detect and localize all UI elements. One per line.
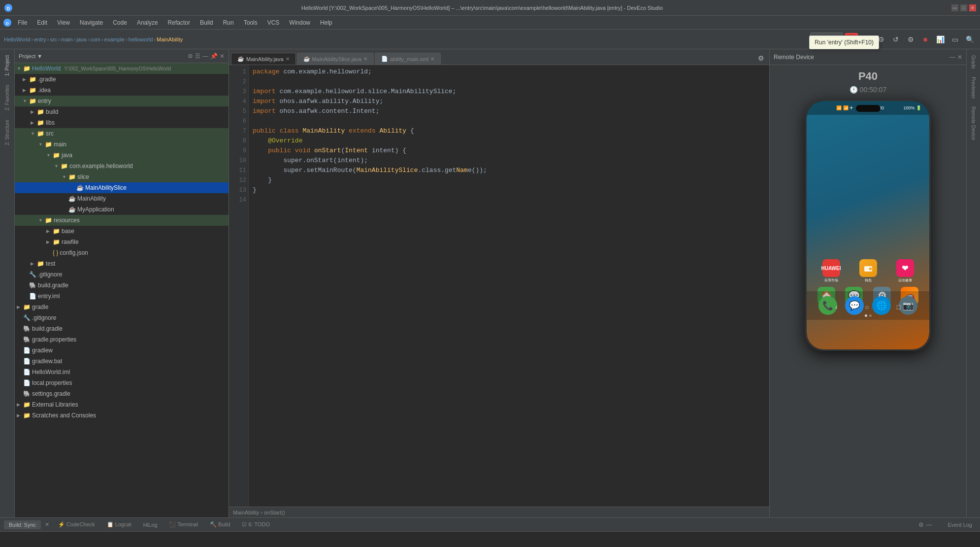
- tree-config-json[interactable]: ▶ { } config.json: [15, 247, 229, 258]
- tree-resources[interactable]: ▼ 📁 resources: [15, 215, 229, 226]
- menu-file[interactable]: File: [14, 18, 31, 28]
- menu-navigate[interactable]: Navigate: [76, 18, 107, 28]
- bc-example[interactable]: example: [104, 36, 125, 42]
- tree-gitignore-entry[interactable]: ▶ 🔧 .gitignore: [15, 269, 229, 280]
- app-health[interactable]: ❤ 运动健康: [894, 259, 916, 283]
- menu-run[interactable]: Run: [219, 18, 238, 28]
- config-button[interactable]: ⚙: [904, 33, 917, 46]
- menu-build[interactable]: Build: [196, 18, 217, 28]
- bc-src[interactable]: src: [50, 36, 57, 42]
- menu-tools[interactable]: Tools: [240, 18, 261, 28]
- tree-gitignore-root[interactable]: ▶ 🔧 .gitignore: [15, 312, 229, 323]
- tree-base[interactable]: ▶ 📁 base: [15, 226, 229, 237]
- bottom-tab-logcat[interactable]: 📋 Logcat: [102, 520, 136, 529]
- bottom-tab-hilog[interactable]: HiLog: [138, 520, 163, 529]
- menu-help[interactable]: Help: [316, 18, 336, 28]
- tree-idea[interactable]: ▶ 📁 .idea: [15, 85, 229, 96]
- bottom-tab-codecheck[interactable]: ⚡ CodeCheck: [53, 520, 100, 529]
- tree-entry-iml[interactable]: ▶ 📄 entry.iml: [15, 291, 229, 302]
- code-editor[interactable]: package com.example.helloworld; import c…: [249, 65, 769, 507]
- maximize-button[interactable]: □: [960, 4, 967, 11]
- bottom-tab-todo[interactable]: ☑ 6: TODO: [237, 520, 275, 529]
- tree-settings-gradle[interactable]: ▶ 🐘 settings.gradle: [15, 388, 229, 399]
- nav-home[interactable]: ○: [865, 303, 869, 311]
- tree-test[interactable]: ▶ 📁 test: [15, 258, 229, 269]
- tree-com-example[interactable]: ▼ 📁 com.example.helloworld: [15, 161, 229, 171]
- coverage-button[interactable]: 📊: [934, 33, 947, 46]
- remote-settings-btn[interactable]: —: [949, 54, 955, 61]
- menu-refactor[interactable]: Refactor: [164, 18, 194, 28]
- tree-external-libraries[interactable]: ▶ 📁 External Libraries: [15, 399, 229, 410]
- tree-entry[interactable]: ▼ 📁 entry: [15, 96, 229, 106]
- tab-close-xml[interactable]: ✕: [430, 56, 434, 62]
- sidebar-tab-project[interactable]: 1: Project: [2, 51, 12, 80]
- project-collapse-btn[interactable]: —: [202, 53, 208, 60]
- bottom-minimize-btn[interactable]: —: [926, 521, 932, 528]
- nav-recents[interactable]: □: [897, 303, 901, 311]
- tree-scratches[interactable]: ▶ 📁 Scratches and Consoles: [15, 410, 229, 421]
- tree-gradle-hidden[interactable]: ▶ 📁 .gradle: [15, 74, 229, 85]
- tree-helloworld-iml[interactable]: ▶ 📄 HelloWorld.iml: [15, 367, 229, 377]
- bc-entry[interactable]: entry: [34, 36, 46, 42]
- menu-analyze[interactable]: Analyze: [133, 18, 162, 28]
- tree-rawfile[interactable]: ▶ 📁 rawfile: [15, 237, 229, 247]
- bc-helloworld[interactable]: HelloWorld: [4, 36, 31, 42]
- tree-main[interactable]: ▼ 📁 main: [15, 139, 229, 150]
- close-button[interactable]: ✕: [969, 4, 976, 11]
- bc-helloworld2[interactable]: helloworld: [129, 36, 153, 42]
- menu-vcs[interactable]: VCS: [263, 18, 284, 28]
- menu-edit[interactable]: Edit: [33, 18, 51, 28]
- bc-mainability[interactable]: MainAbility: [157, 36, 183, 42]
- bottom-settings-btn[interactable]: ⚙: [918, 521, 924, 528]
- stop-button[interactable]: ■: [919, 33, 932, 46]
- right-tab-previewer[interactable]: Previewer: [969, 73, 978, 103]
- project-close-btn[interactable]: ✕: [220, 53, 225, 60]
- tab-close-mainability[interactable]: ✕: [286, 56, 290, 62]
- tree-gradle-root[interactable]: ▶ 📁 gradle: [15, 302, 229, 312]
- bottom-tab-close-build[interactable]: ✕: [43, 520, 51, 529]
- tab-mainabilityslice[interactable]: ☕ MainAbilitySlice.java ✕: [297, 53, 374, 65]
- bc-com[interactable]: com: [90, 36, 100, 42]
- editor-content[interactable]: 1 2 3 4 5 6 7 8 9 10 11⚠ 12 13 14 packag…: [229, 65, 769, 507]
- layout-button[interactable]: ▭: [948, 33, 961, 46]
- tree-gradlew-bat[interactable]: ▶ 📄 gradlew.bat: [15, 356, 229, 367]
- right-tab-remote[interactable]: Remote Device: [969, 103, 978, 144]
- bottom-tab-build[interactable]: 🔨 Build: [205, 520, 235, 529]
- tree-gradlew[interactable]: ▶ 📄 gradlew: [15, 345, 229, 356]
- bc-main[interactable]: main: [61, 36, 73, 42]
- sidebar-tab-structure[interactable]: 2: Structure: [2, 116, 12, 149]
- project-settings-btn[interactable]: ⚙: [188, 53, 193, 60]
- bc-java[interactable]: java: [76, 36, 86, 42]
- editor-settings-btn[interactable]: ⚙: [754, 52, 767, 65]
- minimize-button[interactable]: —: [951, 4, 958, 11]
- tree-slice[interactable]: ▼ 📁 slice: [15, 171, 229, 182]
- bottom-tab-terminal[interactable]: ⬛ Terminal: [164, 520, 202, 529]
- tree-myapplication[interactable]: ▶ ☕ MyApplication: [15, 204, 229, 215]
- tree-gradle-properties[interactable]: ▶ 🐘 gradle.properties: [15, 334, 229, 345]
- tree-libs[interactable]: ▶ 📁 libs: [15, 117, 229, 128]
- project-pin-btn[interactable]: 📌: [210, 53, 218, 60]
- tree-src[interactable]: ▼ 📁 src: [15, 128, 229, 139]
- refresh-button[interactable]: ↺: [889, 33, 902, 46]
- app-huawei-store[interactable]: HUAWEI 应用市场: [820, 259, 843, 283]
- nav-back[interactable]: ‹: [835, 303, 838, 311]
- tab-ability-main[interactable]: 📄 ability_main.xml ✕: [375, 53, 441, 65]
- tree-mainabilityslice[interactable]: ▶ ☕ MainAbilitySlice: [15, 182, 229, 193]
- event-log-tab[interactable]: Event Log: [944, 522, 976, 528]
- menu-code[interactable]: Code: [109, 18, 131, 28]
- menu-view[interactable]: View: [53, 18, 74, 28]
- tree-mainability[interactable]: ▶ ☕ MainAbility: [15, 193, 229, 204]
- tree-build-gradle-root[interactable]: ▶ 🐘 build.gradle: [15, 323, 229, 334]
- tab-close-slice[interactable]: ✕: [363, 56, 367, 62]
- tree-java[interactable]: ▼ 📁 java: [15, 150, 229, 161]
- sidebar-tab-favorites[interactable]: 2: Favorites: [2, 81, 12, 114]
- app-wallet[interactable]: 钱包: [857, 259, 880, 283]
- remote-close-btn[interactable]: ✕: [957, 54, 962, 61]
- bottom-tab-build-sync[interactable]: Build: Sync: [4, 520, 41, 529]
- right-tab-grade[interactable]: Grade: [969, 51, 978, 73]
- tree-root[interactable]: ▼ 📁 HelloWorld Y:\002_WorkSpace\005_Harm…: [15, 63, 229, 74]
- tab-mainability[interactable]: ☕ MainAbility.java ✕: [231, 53, 296, 65]
- project-filter-btn[interactable]: ☰: [195, 53, 200, 60]
- tree-build[interactable]: ▶ 📁 build: [15, 106, 229, 117]
- search-button[interactable]: 🔍: [963, 33, 976, 46]
